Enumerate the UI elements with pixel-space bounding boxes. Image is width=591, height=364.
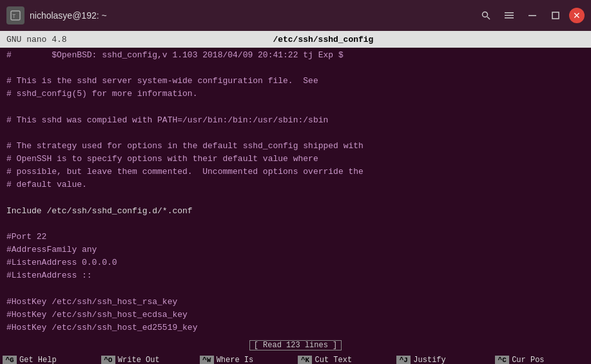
editor-line: #HostKey /etc/ssh/ssh_host_ed25519_key (6, 321, 585, 334)
editor-line (6, 101, 585, 114)
window-controls: ✕ (476, 6, 585, 25)
nano-header: GNU nano 4.8 /etc/ssh/sshd_config (0, 31, 591, 48)
editor-line: # $OpenBSD: sshd_config,v 1.103 2018/04/… (6, 49, 585, 62)
shortcut-column-2: ^WWhere Is^\Replace (197, 352, 296, 364)
shortcut-label: Cut Text (315, 356, 352, 364)
svg-rect-6 (505, 17, 514, 19)
shortcut-bar: ^GGet Help^XExit^OWrite Out^RRead File^W… (0, 352, 591, 364)
editor-line: # This is the sshd server system-wide co… (6, 75, 585, 88)
editor-line: #Port 22 (6, 231, 585, 244)
shortcut-label: Justify (413, 356, 445, 364)
shortcut-column-0: ^GGet Help^XExit (0, 352, 99, 364)
editor-line: Include /etc/ssh/sshd_config.d/*.conf (6, 205, 585, 218)
shortcut-item: ^GGet Help (0, 352, 99, 364)
editor-line (6, 283, 585, 296)
shortcut-item: ^CCur Pos (492, 352, 591, 364)
shortcut-label: Write Out (118, 356, 160, 364)
svg-line-3 (487, 17, 490, 19)
editor-line: #ListenAddress :: (6, 269, 585, 282)
maximize-button[interactable] (546, 6, 565, 25)
shortcut-item: ^KCut Text (295, 352, 394, 364)
close-button[interactable]: ✕ (569, 8, 585, 23)
shortcut-item: ^WWhere Is (197, 352, 296, 364)
editor-line: #HostKey /etc/ssh/ssh_host_rsa_key (6, 296, 585, 309)
shortcut-item: ^JJustify (394, 352, 492, 364)
menu-button[interactable] (499, 6, 519, 25)
shortcut-column-1: ^OWrite Out^RRead File (99, 352, 197, 364)
search-button[interactable] (476, 6, 496, 25)
shortcut-key: ^J (396, 356, 411, 364)
nano-header-right (579, 35, 585, 44)
svg-text:T: T (12, 14, 16, 20)
svg-point-2 (483, 12, 488, 17)
editor-line: #HostKey /etc/ssh/ssh_host_ecdsa_key (6, 309, 585, 321)
window-title: nicholasye@192: ~ (30, 10, 107, 21)
editor-line: # sshd_config(5) for more information. (6, 88, 585, 101)
minimize-button[interactable] (523, 6, 542, 25)
svg-rect-4 (505, 12, 514, 14)
editor-line (6, 192, 585, 205)
editor-line: # possible, but leave them commented. Un… (6, 166, 585, 178)
status-bar: [ Read 123 lines ] (0, 339, 591, 352)
shortcut-column-3: ^KCut Text^UPaste Text (295, 352, 394, 364)
editor-line: # The strategy used for options in the d… (6, 140, 585, 153)
terminal-icon: T (6, 6, 24, 24)
shortcut-key: ^O (101, 356, 115, 364)
shortcut-label: Where Is (217, 356, 254, 364)
status-message: [ Read 123 lines ] (249, 340, 342, 350)
editor-line: #ListenAddress 0.0.0.0 (6, 256, 585, 269)
editor-line (6, 62, 585, 75)
shortcut-key: ^C (495, 356, 509, 364)
shortcut-key: ^G (3, 356, 17, 364)
svg-rect-7 (528, 15, 536, 17)
editor-line (6, 127, 585, 140)
shortcut-key: ^K (298, 356, 312, 364)
file-path: /etc/ssh/sshd_config (273, 35, 373, 44)
shortcut-key: ^W (200, 356, 214, 364)
editor-line: # This sshd was compiled with PATH=/usr/… (6, 114, 585, 127)
shortcut-label: Cur Pos (512, 356, 544, 364)
svg-rect-8 (552, 12, 559, 19)
titlebar-left: T nicholasye@192: ~ (6, 6, 107, 24)
shortcut-item: ^OWrite Out (99, 352, 197, 364)
shortcut-label: Get Help (19, 356, 57, 364)
svg-rect-5 (505, 15, 514, 16)
editor-line: #AddressFamily any (6, 244, 585, 256)
editor-line: # default value. (6, 178, 585, 191)
editor-line (6, 218, 585, 231)
editor-area[interactable]: # $OpenBSD: sshd_config,v 1.103 2018/04/… (0, 48, 591, 339)
shortcut-column-4: ^JJustify^TTo Spell (394, 352, 492, 364)
nano-version: GNU nano 4.8 (6, 35, 67, 44)
editor-line: # OpenSSH is to specify options with the… (6, 153, 585, 166)
titlebar: T nicholasye@192: ~ (0, 0, 591, 31)
shortcut-column-5: ^CCur Pos^_Go To Line (492, 352, 591, 364)
